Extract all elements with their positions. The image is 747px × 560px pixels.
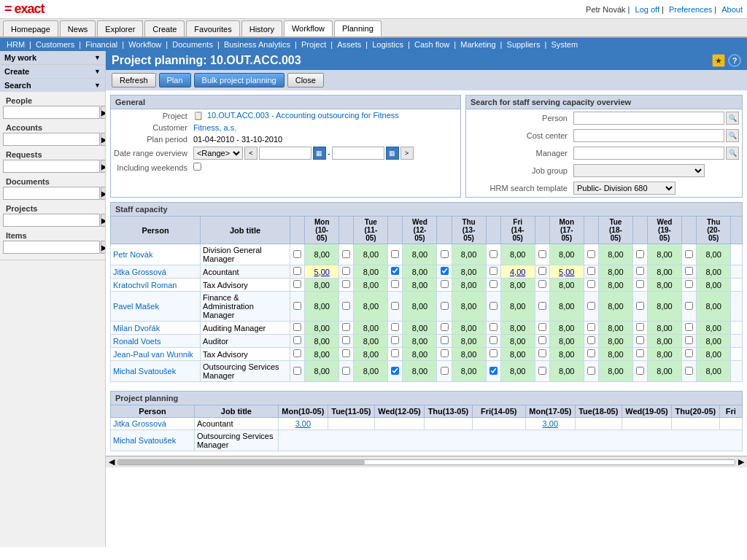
staff-checkbox-6-4[interactable] [489, 349, 498, 357]
staff-checkbox-4-4[interactable] [489, 323, 498, 331]
close-button[interactable]: Close [287, 73, 324, 88]
job-group-select[interactable] [573, 164, 705, 177]
sidebar-search-header[interactable]: Search ▼ [0, 79, 105, 92]
items-search-btn[interactable]: ▶ [101, 241, 106, 254]
bulk-planning-button[interactable]: Bulk project planning [194, 73, 285, 88]
staff-checkbox-4-2[interactable] [391, 323, 399, 331]
weekends-checkbox[interactable] [193, 163, 201, 171]
staff-checkbox-3-0[interactable] [293, 302, 301, 310]
staff-checkbox-1-7[interactable] [636, 267, 644, 275]
customer-link[interactable]: Fitness, a.s. [193, 123, 236, 132]
sidebar-create-header[interactable]: Create ▼ [0, 65, 105, 78]
staff-checkbox-3-2[interactable] [391, 302, 399, 310]
staff-checkbox-0-6[interactable] [587, 250, 595, 258]
staff-checkbox-0-4[interactable] [489, 250, 498, 258]
staff-checkbox-7-3[interactable] [441, 367, 449, 375]
scroll-right-icon[interactable]: ▶ [738, 457, 744, 467]
date-from-input[interactable]: 08-05-2010 [259, 147, 311, 160]
scrollbar-thumb[interactable] [118, 460, 365, 464]
manager-input[interactable] [573, 147, 724, 160]
staff-checkbox-1-1[interactable] [342, 267, 350, 275]
sec-nav-project[interactable]: Project [301, 40, 326, 49]
staff-checkbox-2-4[interactable] [489, 280, 498, 288]
person-search-btn[interactable]: 🔍 [726, 112, 739, 125]
main-nav-history[interactable]: History [241, 20, 282, 36]
staff-checkbox-1-0[interactable] [293, 267, 301, 275]
refresh-button[interactable]: Refresh [112, 73, 156, 88]
staff-checkbox-2-1[interactable] [342, 280, 350, 288]
staff-checkbox-3-3[interactable] [441, 302, 449, 310]
requests-input[interactable] [3, 160, 100, 173]
staff-checkbox-0-2[interactable] [391, 250, 399, 258]
date-next-btn[interactable]: > [400, 147, 414, 160]
project-link[interactable]: 10.OUT.ACC.003 - Accounting outsourcing … [207, 111, 399, 120]
staff-checkbox-7-7[interactable] [636, 367, 644, 375]
cost-center-search-btn[interactable]: 🔍 [726, 129, 739, 142]
staff-checkbox-7-8[interactable] [685, 367, 693, 375]
staff-checkbox-5-5[interactable] [538, 336, 546, 344]
accounts-input[interactable] [3, 133, 100, 146]
sec-nav-customers[interactable]: Customers [36, 40, 74, 49]
staff-checkbox-2-5[interactable] [538, 280, 546, 288]
sec-nav-system[interactable]: System [551, 40, 578, 49]
staff-checkbox-4-8[interactable] [685, 323, 693, 331]
staff-checkbox-4-1[interactable] [342, 323, 350, 331]
date-prev-btn[interactable]: < [244, 147, 258, 160]
staff-checkbox-2-8[interactable] [685, 280, 693, 288]
sec-nav-workflow[interactable]: Workflow [128, 40, 161, 49]
sec-nav-logistics[interactable]: Logistics [372, 40, 403, 49]
staff-checkbox-5-8[interactable] [685, 336, 693, 344]
staff-checkbox-0-8[interactable] [685, 250, 693, 258]
staff-checkbox-7-1[interactable] [342, 367, 350, 375]
staff-checkbox-4-0[interactable] [293, 323, 301, 331]
staff-checkbox-2-6[interactable] [587, 280, 595, 288]
projects-search-btn[interactable]: ▶ [101, 214, 106, 227]
staff-checkbox-5-6[interactable] [587, 336, 595, 344]
main-nav-create[interactable]: Create [144, 20, 185, 36]
staff-checkbox-4-6[interactable] [587, 323, 595, 331]
sec-nav-documents[interactable]: Documents [172, 40, 213, 49]
sec-nav-cash-flow[interactable]: Cash flow [414, 40, 449, 49]
staff-checkbox-6-1[interactable] [342, 349, 350, 357]
sec-nav-assets[interactable]: Assets [337, 40, 361, 49]
documents-search-btn[interactable]: ▶ [101, 187, 106, 200]
accounts-search-btn[interactable]: ▶ [101, 133, 106, 146]
staff-checkbox-4-5[interactable] [538, 323, 546, 331]
scrollbar-track[interactable] [117, 459, 735, 465]
staff-checkbox-5-3[interactable] [441, 336, 449, 344]
staff-checkbox-0-0[interactable] [293, 250, 301, 258]
range-select[interactable]: <Range> [193, 147, 243, 160]
staff-checkbox-3-6[interactable] [587, 302, 595, 310]
date-to-input[interactable]: 05-06-2010 [332, 147, 384, 160]
staff-checkbox-2-7[interactable] [636, 280, 644, 288]
main-nav-news[interactable]: News [60, 20, 96, 36]
staff-checkbox-3-5[interactable] [538, 302, 546, 310]
staff-checkbox-0-3[interactable] [441, 250, 449, 258]
staff-checkbox-0-7[interactable] [636, 250, 644, 258]
staff-checkbox-5-4[interactable] [489, 336, 498, 344]
cal-from-btn[interactable]: ▦ [313, 147, 326, 160]
sec-nav-financial[interactable]: Financial [85, 40, 117, 49]
staff-checkbox-1-8[interactable] [685, 267, 693, 275]
requests-search-btn[interactable]: ▶ [101, 160, 106, 173]
documents-input[interactable] [3, 187, 100, 200]
main-nav-favourites[interactable]: Favourites [186, 20, 239, 36]
staff-checkbox-2-2[interactable] [391, 280, 399, 288]
staff-checkbox-2-0[interactable] [293, 280, 301, 288]
help-icon[interactable]: ? [728, 54, 741, 67]
staff-checkbox-1-3[interactable] [441, 267, 449, 275]
about-link[interactable]: About [721, 5, 743, 14]
staff-checkbox-5-7[interactable] [636, 336, 644, 344]
sec-nav-suppliers[interactable]: Suppliers [507, 40, 541, 49]
staff-checkbox-6-5[interactable] [538, 349, 546, 357]
staff-checkbox-5-1[interactable] [342, 336, 350, 344]
staff-checkbox-7-6[interactable] [587, 367, 595, 375]
people-input[interactable] [3, 106, 100, 119]
staff-checkbox-4-3[interactable] [441, 323, 449, 331]
staff-checkbox-6-7[interactable] [636, 349, 644, 357]
staff-checkbox-1-6[interactable] [587, 267, 595, 275]
staff-checkbox-7-0[interactable] [293, 367, 301, 375]
staff-checkbox-3-8[interactable] [685, 302, 693, 310]
staff-checkbox-3-4[interactable] [489, 302, 498, 310]
staff-checkbox-1-4[interactable] [489, 267, 498, 275]
